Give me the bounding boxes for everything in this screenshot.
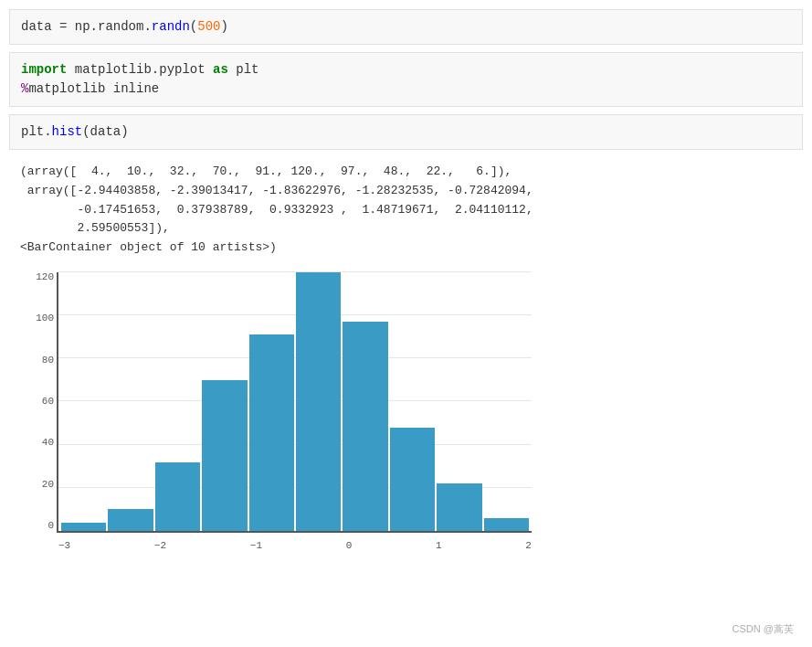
output-line-3: -0.17451653, 0.37938789, 0.9332923 , 1.4… bbox=[20, 201, 792, 220]
histogram-chart: 0 20 40 60 80 100 120 bbox=[20, 272, 513, 556]
output-cell: (array([ 4., 10., 32., 70., 91., 120., 9… bbox=[9, 157, 803, 263]
chart-area: 0 20 40 60 80 100 120 bbox=[57, 272, 532, 533]
code-text-1: data = np.random.randn(500) bbox=[21, 19, 228, 34]
x-label-n3: −3 bbox=[58, 540, 70, 551]
bar-1 bbox=[61, 523, 106, 531]
y-label-120: 120 bbox=[22, 272, 54, 282]
watermark: CSDN @蒿芙 bbox=[733, 622, 794, 636]
y-label-20: 20 bbox=[22, 480, 54, 490]
bar-2 bbox=[108, 509, 153, 531]
code-cell-1: data = np.random.randn(500) bbox=[9, 9, 803, 45]
bar-10 bbox=[484, 518, 529, 531]
code-cell-3: plt.hist(data) bbox=[9, 114, 803, 150]
output-line-5: <BarContainer object of 10 artists>) bbox=[20, 239, 792, 258]
bar-8 bbox=[390, 428, 435, 531]
x-axis-labels: −3 −2 −1 0 1 2 bbox=[58, 540, 532, 551]
y-axis-labels: 0 20 40 60 80 100 120 bbox=[22, 272, 54, 531]
y-label-100: 100 bbox=[22, 313, 54, 324]
x-label-0: 0 bbox=[346, 540, 353, 551]
bar-7 bbox=[343, 322, 387, 531]
x-label-n2: −2 bbox=[154, 540, 166, 551]
code-text-3: plt.hist(data) bbox=[21, 124, 129, 139]
x-label-1: 1 bbox=[436, 540, 442, 551]
y-label-60: 60 bbox=[22, 397, 54, 407]
bar-9 bbox=[437, 483, 481, 531]
y-label-80: 80 bbox=[22, 355, 54, 366]
bar-5 bbox=[249, 334, 294, 531]
output-line-1: (array([ 4., 10., 32., 70., 91., 120., 9… bbox=[20, 163, 792, 182]
output-line-4: 2.59500553]), bbox=[20, 219, 792, 239]
bar-3 bbox=[155, 462, 200, 531]
keyword-import: import bbox=[21, 62, 67, 77]
bar-4 bbox=[202, 380, 247, 531]
x-label-n1: −1 bbox=[250, 540, 262, 551]
x-label-2: 2 bbox=[525, 540, 532, 551]
bar-6 bbox=[296, 272, 341, 531]
code-line-1: import matplotlib.pyplot as plt bbox=[21, 60, 791, 80]
code-cell-2: import matplotlib.pyplot as plt %matplot… bbox=[9, 52, 803, 107]
code-line-2: %matplotlib inline bbox=[21, 80, 791, 99]
y-label-0: 0 bbox=[22, 521, 54, 531]
output-line-2: array([-2.94403858, -2.39013417, -1.8362… bbox=[20, 182, 792, 201]
y-label-40: 40 bbox=[22, 438, 54, 448]
keyword-as: as bbox=[213, 62, 228, 77]
bars-wrapper bbox=[58, 272, 532, 531]
